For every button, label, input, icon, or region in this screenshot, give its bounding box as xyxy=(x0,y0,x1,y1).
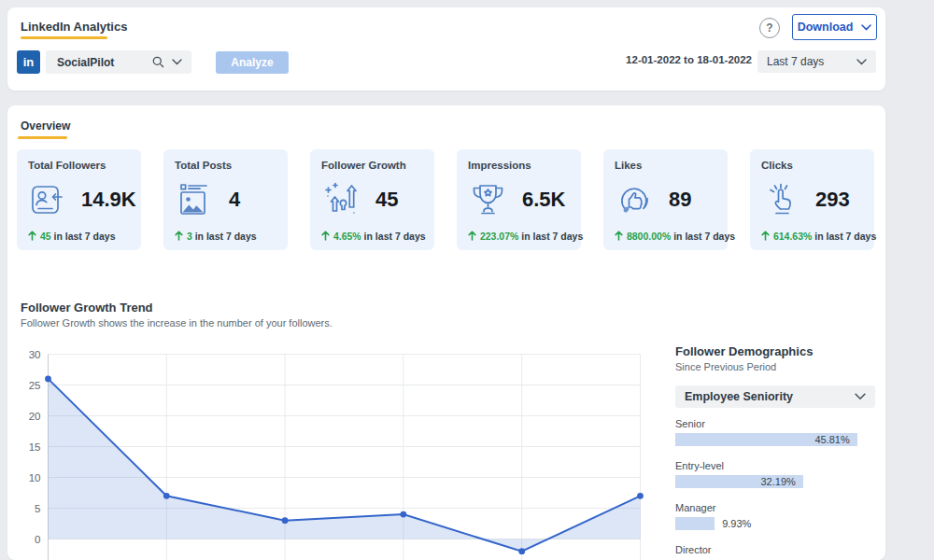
demographic-group: Senior45.81% xyxy=(675,418,875,446)
stat-card: Impressions 6.5K 223.07% in last 7 days xyxy=(457,149,581,250)
stat-card: Follower Growth 45 4.65% in last 7 days xyxy=(310,149,434,250)
demographic-group: Manager9.93% xyxy=(675,502,875,530)
account-select[interactable]: SocialPilot xyxy=(46,50,191,74)
chevron-down-icon[interactable] xyxy=(172,59,182,65)
period-value: Last 7 days xyxy=(767,55,824,68)
chevron-down-icon xyxy=(855,393,866,400)
stat-delta: 614.63% in last 7 days xyxy=(761,231,876,242)
stat-value: 45 xyxy=(375,188,398,212)
overview-panel: Overview Total Followers 14.9K 45 in las… xyxy=(7,105,885,560)
stat-value: 89 xyxy=(669,188,691,212)
demographic-label: Senior xyxy=(675,418,875,430)
likes-icon xyxy=(615,182,654,217)
demographics-panel: Follower Demographics Since Previous Per… xyxy=(675,344,875,560)
stat-title: Total Followers xyxy=(28,160,130,171)
demographic-value: 45.81% xyxy=(814,434,856,445)
stat-value: 14.9K xyxy=(81,188,136,212)
svg-text:5: 5 xyxy=(35,503,40,514)
account-name: SocialPilot xyxy=(55,56,145,69)
stat-delta: 8800.00% in last 7 days xyxy=(615,231,735,242)
analyze-button[interactable]: Analyze xyxy=(216,51,289,74)
search-icon[interactable] xyxy=(152,56,164,68)
download-button[interactable]: Download xyxy=(792,14,877,40)
stat-delta: 4.65% in last 7 days xyxy=(321,231,426,242)
up-arrow-icon xyxy=(761,231,770,241)
demographic-bar: 45.81% xyxy=(675,433,857,446)
svg-text:20: 20 xyxy=(29,411,41,422)
demographics-title: Follower Demographics xyxy=(675,344,813,358)
posts-icon xyxy=(175,183,214,217)
help-button[interactable]: ? xyxy=(759,18,780,38)
demographic-group: Director xyxy=(675,544,875,556)
growth-icon xyxy=(321,182,361,217)
stat-delta: 223.07% in last 7 days xyxy=(468,231,583,242)
stat-value: 4 xyxy=(229,188,240,212)
stat-card: Clicks 293 614.63% in last 7 days xyxy=(750,149,874,250)
tab-underline xyxy=(18,136,67,139)
title-underline xyxy=(21,36,107,39)
tab-overview[interactable]: Overview xyxy=(21,119,70,133)
stat-delta: 3 in last 7 days xyxy=(175,231,257,242)
demographic-label: Manager xyxy=(675,502,875,514)
stat-delta: 45 in last 7 days xyxy=(28,231,115,242)
demographic-value: 32.19% xyxy=(760,476,802,487)
download-label: Download xyxy=(798,21,854,34)
demographic-label: Entry-level xyxy=(675,460,875,472)
follower-growth-chart: 051015202530 xyxy=(17,343,652,560)
period-select[interactable]: Last 7 days xyxy=(757,50,876,73)
stat-title: Clicks xyxy=(761,160,863,171)
svg-text:25: 25 xyxy=(29,380,41,391)
stat-title: Impressions xyxy=(468,160,570,171)
demographic-label: Director xyxy=(675,544,875,556)
page-title: LinkedIn Analytics xyxy=(21,20,127,34)
svg-text:0: 0 xyxy=(35,534,40,545)
up-arrow-icon xyxy=(28,231,36,241)
clicks-icon xyxy=(761,182,800,217)
linkedin-logo: in xyxy=(17,50,40,74)
demographic-value: 9.93% xyxy=(722,518,751,529)
trend-subtitle: Follower Growth shows the increase in th… xyxy=(21,317,333,329)
followers-icon xyxy=(28,183,66,217)
up-arrow-icon xyxy=(615,231,623,241)
trend-title: Follower Growth Trend xyxy=(21,301,153,315)
demographic-bar: 32.19% xyxy=(675,475,803,488)
chevron-down-icon xyxy=(856,59,867,65)
stat-value: 6.5K xyxy=(522,188,565,212)
demographics-select[interactable]: Employee Seniority xyxy=(675,385,875,408)
demographics-bars: Senior45.81%Entry-level32.19%Manager9.93… xyxy=(675,418,875,559)
svg-text:30: 30 xyxy=(29,349,41,360)
svg-text:10: 10 xyxy=(29,472,41,483)
demographic-bar xyxy=(675,517,715,530)
svg-text:15: 15 xyxy=(29,441,41,453)
chevron-down-icon xyxy=(861,24,871,31)
header-bar: LinkedIn Analytics in SocialPilot Analyz… xyxy=(7,7,885,91)
demographics-select-value: Employee Seniority xyxy=(685,390,793,403)
up-arrow-icon xyxy=(468,231,476,241)
demographics-subtitle: Since Previous Period xyxy=(675,361,776,372)
demographic-group: Entry-level32.19% xyxy=(675,460,875,488)
impressions-icon xyxy=(468,182,507,217)
stat-title: Follower Growth xyxy=(321,160,423,171)
stat-card: Total Posts 4 3 in last 7 days xyxy=(163,149,288,250)
stat-card: Likes 89 8800.00% in last 7 days xyxy=(603,149,728,250)
stat-value: 293 xyxy=(815,188,850,212)
up-arrow-icon xyxy=(321,231,330,241)
stat-card: Total Followers 14.9K 45 in last 7 days xyxy=(17,149,141,250)
stat-title: Total Posts xyxy=(175,160,276,171)
date-range-label: 12-01-2022 to 18-01-2022 xyxy=(626,52,752,68)
stat-title: Likes xyxy=(615,160,716,171)
up-arrow-icon xyxy=(175,231,183,241)
